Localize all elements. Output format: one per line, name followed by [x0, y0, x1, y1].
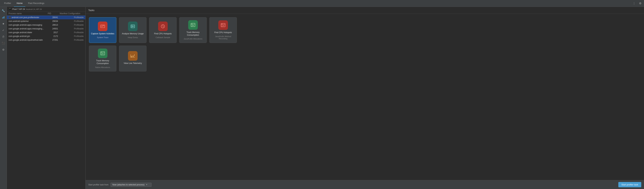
sidebar-icons: 🔧 ★ ✓ ⏱ ⬛ ⚙	[0, 7, 7, 189]
process-name-label: com.google.android.apps.messaging...	[8, 27, 48, 30]
task-card-live-telemetry[interactable]: View Live Telemetry	[119, 46, 146, 71]
sidebar-icon-screen[interactable]: ⬛	[1, 41, 6, 46]
task-icon-java-kotlin-method	[218, 20, 228, 30]
task-subtitle-java-kotlin-method: Java/Kotlin Method Recording	[211, 35, 235, 40]
task-icon-native-alloc	[98, 48, 108, 58]
task-title-live-telemetry: View Live Telemetry	[124, 62, 142, 65]
process-name-label: com.android.systemui	[8, 20, 48, 22]
process-name-label: android.com.java.profilertester	[12, 16, 39, 19]
process-app-icon: ⬛	[8, 16, 11, 19]
tasks-row-2: Track Memory Consumption Native Allocati…	[89, 46, 640, 71]
task-icon-live-telemetry	[128, 51, 138, 61]
col-process-name: Process name	[8, 12, 48, 15]
task-card-callstack-sample[interactable]: Find CPU Hotspots Callstack Sample	[149, 17, 176, 43]
device-api: Android 14, API 34	[26, 8, 42, 10]
start-profiler-label: Start profiler task from	[88, 184, 108, 186]
main-content: 🔧 ★ ✓ ⏱ ⬛ ⚙ 📱 Pixel 7 API 34 Android 14,…	[0, 7, 644, 189]
process-name-label: com.google.android.apps.messaging	[8, 24, 48, 26]
device-icon: 📱	[8, 8, 11, 10]
task-subtitle-native-alloc: Native Allocations	[95, 66, 110, 68]
svg-rect-0	[2, 17, 3, 18]
process-pid: 28041	[48, 16, 60, 19]
process-name-label: com.google.android.gm	[8, 35, 48, 37]
process-manifest: Profileable	[60, 39, 84, 41]
svg-rect-21	[100, 52, 105, 55]
process-manifest: Profileable	[60, 35, 84, 37]
tasks-header: Tasks	[86, 7, 644, 14]
task-title-system-trace: Capture System Activities	[91, 32, 114, 35]
more-options-icon[interactable]: ⋮	[632, 1, 636, 6]
svg-point-10	[163, 25, 163, 25]
sidebar-icon-tool[interactable]: 🔧	[1, 8, 6, 13]
process-manifest: Profileable	[60, 16, 84, 19]
task-title-native-alloc: Track Memory Consumption	[91, 59, 114, 65]
tasks-grid-inner: Capture System Activities System Trace	[89, 17, 640, 71]
sidebar-icon-clock[interactable]: ⏱	[1, 34, 6, 39]
tasks-panel: Tasks Capture System Activities	[86, 7, 644, 189]
task-subtitle-heap-dump: Heap Dump	[128, 36, 138, 39]
process-manifest: Profileable	[60, 27, 84, 30]
tab-home[interactable]: Home	[14, 0, 25, 7]
process-table: ⬛ android.com.java.profilertester 28041 …	[7, 15, 86, 189]
table-row[interactable]: com.google.android.dialer 2017 Profileab…	[7, 31, 86, 34]
process-pid: 27251	[48, 39, 60, 41]
settings-icon[interactable]: ⚙	[638, 1, 643, 6]
svg-rect-14	[192, 25, 193, 26]
start-profiler-button[interactable]: Start profiler task	[618, 182, 641, 187]
col-pid: PID	[48, 12, 60, 15]
task-card-system-trace[interactable]: Capture System Activities System Trace	[89, 17, 116, 43]
svg-rect-2	[4, 16, 4, 18]
tab-past-recordings[interactable]: Past Recordings	[25, 0, 47, 7]
sidebar-icon-profiler[interactable]	[1, 15, 6, 20]
table-row[interactable]: ⬛ android.com.java.profilertester 28041 …	[7, 15, 86, 19]
process-manifest: Profileable	[60, 31, 84, 34]
task-icon-system-trace	[98, 21, 108, 31]
svg-rect-4	[131, 25, 135, 28]
task-subtitle-callstack-sample: Callstack Sample	[156, 36, 170, 39]
table-row[interactable]: com.google.android.apps.messaging 28613 …	[7, 23, 86, 27]
task-card-java-kotlin-method[interactable]: Find CPU Hotspots Java/Kotlin Method Rec…	[210, 17, 237, 43]
process-name-label: com.google.android.dialer	[8, 31, 48, 34]
sidebar-icon-check[interactable]: ✓	[1, 28, 6, 33]
process-name-label: com.google.android.inputmethod.latin	[8, 39, 48, 41]
table-row[interactable]: com.android.systemui 29034 Profileable	[7, 19, 86, 23]
process-panel: 📱 Pixel 7 API 34 Android 14, API 34 Proc…	[7, 7, 86, 189]
process-pid: 29034	[48, 20, 60, 22]
tab-profiler[interactable]: Profiler	[1, 0, 14, 7]
profiler-task-dropdown[interactable]: Now (attaches to selected process) ▼	[110, 183, 152, 187]
sidebar-icon-star[interactable]: ★	[1, 21, 6, 26]
device-name: Pixel 7 API 34	[12, 8, 25, 10]
task-subtitle-java-kotlin-alloc: Java/Kotlin Allocations	[184, 38, 202, 40]
task-title-java-kotlin-alloc: Track Memory Consumption	[181, 31, 205, 36]
process-pid: 24501	[48, 27, 60, 30]
tab-bar: Profiler Home Past Recordings ⋮ ⚙	[0, 0, 644, 7]
device-header: 📱 Pixel 7 API 34 Android 14, API 34	[7, 7, 86, 12]
tasks-grid: Capture System Activities System Trace	[86, 14, 644, 180]
task-icon-heap-dump	[128, 21, 138, 31]
dropdown-value: Now (attaches to selected process)	[112, 184, 144, 186]
chevron-down-icon: ▼	[146, 184, 148, 186]
task-title-callstack-sample: Find CPU Hotspots	[154, 32, 172, 35]
process-manifest: Profileable	[60, 20, 84, 22]
table-row[interactable]: com.google.android.gm 2172 Profileable	[7, 34, 86, 38]
process-manifest: Profileable	[60, 24, 84, 26]
process-table-header: Process name PID Manifest Configuration	[7, 12, 86, 15]
svg-rect-1	[3, 17, 4, 18]
task-subtitle-system-trace: System Trace	[97, 36, 108, 39]
svg-point-8	[132, 26, 133, 27]
task-card-heap-dump[interactable]: Analyze Memory Usage Heap Dump	[119, 17, 146, 43]
table-row[interactable]: com.google.android.inputmethod.latin 272…	[7, 38, 86, 42]
task-title-heap-dump: Analyze Memory Usage	[122, 32, 144, 35]
svg-rect-16	[221, 23, 225, 27]
task-icon-java-kotlin-alloc	[188, 20, 198, 30]
tasks-row-1: Capture System Activities System Trace	[89, 17, 640, 43]
task-card-native-alloc[interactable]: Track Memory Consumption Native Allocati…	[89, 46, 116, 71]
sidebar-icon-settings[interactable]: ⚙	[1, 47, 6, 52]
process-pid: 2172	[48, 35, 60, 37]
table-row[interactable]: com.google.android.apps.messaging... 245…	[7, 27, 86, 31]
bottom-bar: Start profiler task from Now (attaches t…	[86, 180, 644, 189]
tab-bar-actions: ⋮ ⚙	[632, 1, 643, 6]
svg-rect-15	[193, 25, 194, 26]
process-pid: 28613	[48, 24, 60, 26]
task-card-java-kotlin-alloc[interactable]: Track Memory Consumption Java/Kotlin All…	[179, 17, 207, 43]
